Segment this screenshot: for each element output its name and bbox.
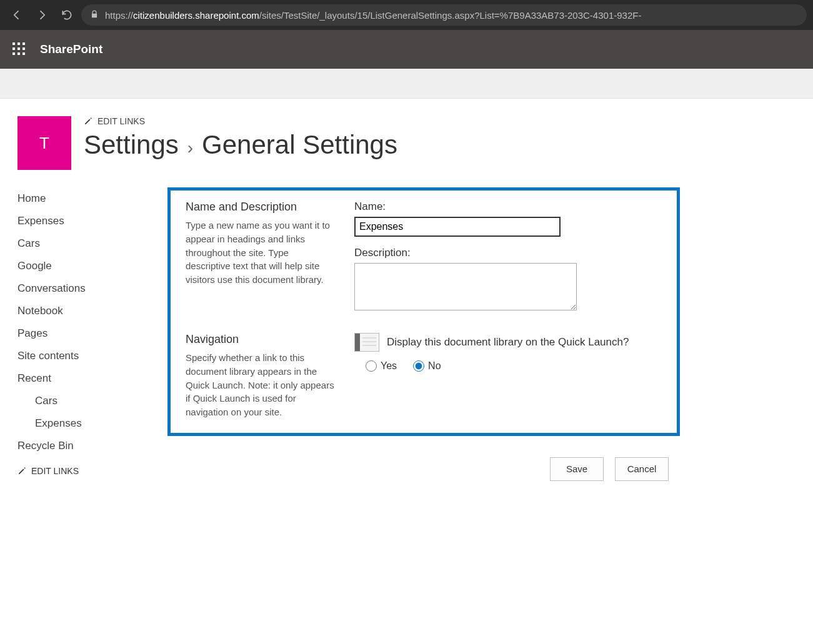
nav-home[interactable]: Home xyxy=(17,187,161,210)
cancel-button[interactable]: Cancel xyxy=(615,457,669,481)
form-buttons: Save Cancel xyxy=(167,436,680,481)
edit-links-top[interactable]: EDIT LINKS xyxy=(84,116,813,126)
site-logo[interactable]: T xyxy=(17,116,71,170)
nav-google[interactable]: Google xyxy=(17,255,161,277)
quick-launch-icon xyxy=(354,333,379,352)
browser-back-button[interactable] xyxy=(6,4,27,26)
url-text: https://citizenbuilders.sharepoint.com/s… xyxy=(105,10,641,21)
section-name-description: Name and Description Type a new name as … xyxy=(186,201,662,313)
breadcrumb-settings[interactable]: Settings xyxy=(84,130,179,160)
radio-no-input[interactable] xyxy=(413,360,424,372)
nav-notebook[interactable]: Notebook xyxy=(17,300,161,322)
pencil-icon xyxy=(84,117,92,126)
highlighted-region: Name and Description Type a new name as … xyxy=(167,187,680,436)
radio-yes-input[interactable] xyxy=(366,360,377,372)
section-desc: Specify whether a link to this document … xyxy=(186,351,336,419)
radio-no[interactable]: No xyxy=(413,360,441,372)
save-button[interactable]: Save xyxy=(550,457,604,481)
nav-pages[interactable]: Pages xyxy=(17,322,161,345)
breadcrumb-separator: › xyxy=(187,138,193,158)
nav-recycle-bin[interactable]: Recycle Bin xyxy=(17,435,161,457)
name-label: Name: xyxy=(354,201,662,213)
description-label: Description: xyxy=(354,247,662,259)
quick-launch-nav: Home Expenses Cars Google Conversations … xyxy=(17,187,167,476)
section-title: Navigation xyxy=(186,333,336,346)
pencil-icon xyxy=(17,467,26,475)
lock-icon xyxy=(90,10,99,21)
nav-conversations[interactable]: Conversations xyxy=(17,277,161,300)
nav-site-contents[interactable]: Site contents xyxy=(17,345,161,367)
suite-title[interactable]: SharePoint xyxy=(40,42,102,56)
nav-recent-expenses[interactable]: Expenses xyxy=(17,412,161,435)
nav-recent[interactable]: Recent xyxy=(17,367,161,390)
nav-expenses[interactable]: Expenses xyxy=(17,210,161,232)
browser-toolbar: https://citizenbuilders.sharepoint.com/s… xyxy=(0,0,813,30)
breadcrumb-current: General Settings xyxy=(202,130,397,160)
browser-url-bar[interactable]: https://citizenbuilders.sharepoint.com/s… xyxy=(81,4,807,26)
nav-cars[interactable]: Cars xyxy=(17,232,161,255)
app-launcher-icon[interactable] xyxy=(12,42,26,56)
suite-bar: SharePoint xyxy=(0,30,813,69)
section-title: Name and Description xyxy=(186,201,336,214)
quick-launch-question: Display this document library on the Qui… xyxy=(387,336,629,349)
section-desc: Type a new name as you want it to appear… xyxy=(186,219,336,287)
edit-links-bottom[interactable]: EDIT LINKS xyxy=(17,466,161,476)
browser-reload-button[interactable] xyxy=(56,4,77,26)
name-input[interactable] xyxy=(354,217,561,237)
description-textarea[interactable] xyxy=(354,263,577,310)
section-navigation: Navigation Specify whether a link to thi… xyxy=(186,333,662,419)
ribbon-placeholder xyxy=(0,69,813,99)
browser-forward-button[interactable] xyxy=(31,4,52,26)
page-title: Settings › General Settings xyxy=(84,130,813,160)
settings-form: Name and Description Type a new name as … xyxy=(167,187,680,481)
radio-yes[interactable]: Yes xyxy=(366,360,397,372)
nav-recent-cars[interactable]: Cars xyxy=(17,390,161,412)
